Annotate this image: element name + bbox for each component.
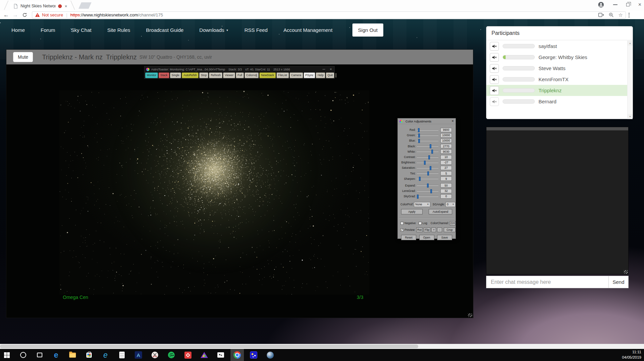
black-slider[interactable] [417,146,438,147]
taskbar-task-view-icon[interactable] [33,349,46,361]
negative-checkbox[interactable] [400,222,403,225]
browser-menu-icon[interactable] [629,13,630,17]
brightness-slider[interactable] [417,162,438,163]
astrotoaster-quit-button[interactable]: Quit [326,72,335,78]
crop-button[interactable]: Crop [444,227,456,232]
slider-thumb[interactable] [417,195,419,199]
slider-value[interactable]: 9 [440,176,452,181]
participant-mute-button[interactable] [490,97,499,106]
taskbar-spotify-icon[interactable] [165,349,178,361]
slider-thumb[interactable] [430,189,432,193]
scrollbar-thumb[interactable] [0,345,418,348]
participant-mute-button[interactable] [490,53,499,62]
autoexpand-button[interactable]: AutoExpand [429,209,452,214]
save-button[interactable]: Save [437,235,452,240]
chat-message-input[interactable] [486,276,609,288]
bookmark-icon[interactable]: ☆ [618,12,623,17]
astrotoaster-minimize-icon[interactable] [323,69,325,70]
slider-value[interactable]: 10000 [440,133,452,138]
participant-row[interactable]: George: Whitby Skies [486,52,628,63]
slider-thumb[interactable] [428,155,430,159]
taskbar-calculator-icon[interactable] [115,349,129,361]
reset-button[interactable]: Reset [401,235,416,240]
white-slider[interactable] [417,151,438,152]
camera-icon[interactable] [598,13,604,17]
zoom-icon[interactable] [609,12,614,17]
astrotoaster-stack-button[interactable]: Stack [159,72,169,78]
slider-value[interactable]: 0 [440,194,452,199]
expand-slider[interactable] [417,185,438,186]
slider-value[interactable]: 10 [440,155,452,159]
taskbar-edge-icon[interactable]: e [49,349,63,361]
lensgrad-slider[interactable] [417,191,438,192]
colorchannel-button[interactable]: CH [450,221,456,225]
taskbar-file-explorer-icon[interactable] [66,349,79,361]
scroll-down-icon[interactable]: ▼ [628,114,633,119]
address-bar[interactable]: Not secure | https ://www.nightskiesnetw… [32,11,626,18]
horizontal-scrollbar[interactable] [0,344,644,349]
nav-item-downloads[interactable]: Downloads▼ [199,27,228,33]
mute-button[interactable]: Mute [13,52,33,62]
slider-thumb[interactable] [427,171,429,175]
video-resize-handle[interactable] [468,313,472,317]
slider-value[interactable]: 9030 [440,149,452,154]
slider-value[interactable]: 32 [440,189,452,193]
participant-mute-button[interactable] [490,42,499,51]
flip-button[interactable]: Flip [424,227,430,232]
astrotoaster-newstack-button[interactable]: NewStack [259,72,275,78]
taskbar-prism-app-icon[interactable] [198,349,211,361]
nav-item-site-rules[interactable]: Site Rules [107,27,130,33]
participant-mute-button[interactable] [490,64,499,73]
saturation-slider[interactable] [417,167,438,168]
astrotoaster-psync-button[interactable]: PSync [304,72,315,78]
taskbar-store-icon[interactable] [82,349,96,361]
slider-thumb[interactable] [419,177,421,181]
tab-close-icon[interactable]: × [65,4,67,9]
astrotoaster-camera-button[interactable]: Camera [290,72,303,78]
participant-row[interactable]: Trippleknz [486,85,628,96]
astrotoaster-refresh-button[interactable]: Refresh [209,72,222,78]
taskbar-red-diamond-app-icon[interactable] [181,349,195,361]
zoom-in-button[interactable]: + [431,227,436,232]
slider-thumb[interactable] [418,139,420,143]
dialog-titlebar[interactable]: Color Adjustments × [398,118,456,124]
green-slider[interactable] [417,135,438,136]
dialog-close-icon[interactable]: × [452,119,454,123]
participants-scrollbar[interactable]: ▲ ▼ [627,41,632,119]
taskbar-capture-app-icon[interactable] [214,349,227,361]
participant-row[interactable]: KennFromTX [486,74,628,85]
slider-value[interactable]: 5 [440,171,452,175]
contrast-slider[interactable] [417,157,438,158]
taskbar-astro-app-icon[interactable]: A [132,349,145,361]
sgangle-select[interactable]: 0 ▼ [445,202,456,207]
tint-slider[interactable] [417,173,438,174]
back-icon[interactable]: ← [3,12,9,18]
nav-item-home[interactable]: Home [11,27,25,33]
astrotoaster-monitor-button[interactable]: Monitor [145,72,158,78]
not-secure-label[interactable]: Not secure [42,12,63,17]
profile-icon[interactable] [598,1,604,8]
scroll-up-icon[interactable]: ▲ [628,41,633,46]
taskbar-guiding-app-icon[interactable] [263,349,277,361]
rotate-button[interactable]: Rot [416,227,423,232]
minimize-icon[interactable] [613,4,617,5]
colorprof-select[interactable]: None ▼ [414,202,430,207]
astrotoaster-help-button[interactable]: Help [316,72,325,78]
participant-mute-button[interactable] [490,86,499,95]
slider-value[interactable]: 50 [440,183,452,188]
participant-mute-button[interactable] [490,75,499,84]
participant-row[interactable]: Bernard [486,96,628,107]
slider-thumb[interactable] [427,184,429,188]
slider-value[interactable]: 27 [440,166,452,170]
nav-item-rss-feed[interactable]: RSS Feed [244,27,267,33]
astrotoaster-single-button[interactable]: Single [170,72,181,78]
participant-row[interactable]: sayitfast [486,41,628,52]
restore-icon[interactable] [626,3,630,6]
astrotoaster-viewer-button[interactable]: Viewer [223,72,235,78]
slider-value[interactable]: 10000 [440,139,452,143]
nav-item-sky-chat[interactable]: Sky Chat [71,27,91,33]
participant-row[interactable]: Steve Watts [486,63,628,74]
astrotoaster-titlebar[interactable]: AstroToaster: Monitoring: C:\APT_Ima...0… [144,66,334,72]
taskbar-internet-explorer-icon[interactable]: e [99,349,112,361]
astrotoaster-close-icon[interactable]: × [330,67,332,71]
